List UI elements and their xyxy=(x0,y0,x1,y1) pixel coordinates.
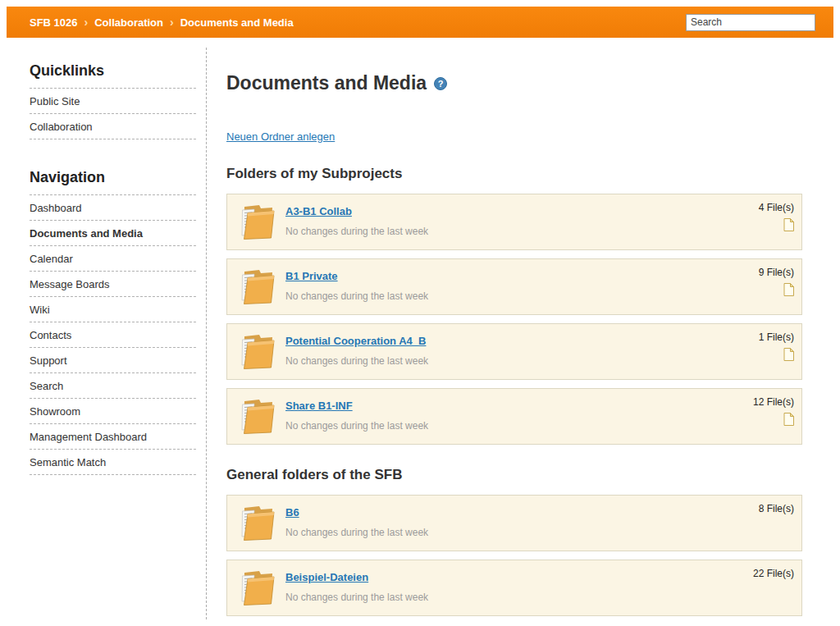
folder-status: No changes during the last week xyxy=(285,592,753,603)
folder-icon xyxy=(237,567,276,609)
folder-meta: 9 File(s) xyxy=(759,266,794,296)
section-heading-subprojects: Folders of my Subprojects xyxy=(226,166,802,182)
folder-info: A3-B1 Collab No changes during the last … xyxy=(285,201,759,237)
breadcrumb: SFB 1026 › Collaboration › Documents and… xyxy=(30,16,294,29)
page-title: Documents and Media ? xyxy=(226,72,802,94)
file-count: 4 File(s) xyxy=(759,202,794,213)
folder-status: No changes during the last week xyxy=(285,527,759,538)
folder-icon xyxy=(237,201,276,243)
folder-status: No changes during the last week xyxy=(285,355,759,367)
sidebar: Quicklinks Public Site Collaboration Nav… xyxy=(7,38,206,619)
page-title-text: Documents and Media xyxy=(226,72,427,94)
folder-meta: 12 File(s) xyxy=(753,395,794,426)
folder-meta: 1 File(s) xyxy=(759,331,794,361)
folder-link[interactable]: B6 xyxy=(285,506,299,519)
top-bar: SFB 1026 › Collaboration › Documents and… xyxy=(7,7,833,38)
folder-meta: 4 File(s) xyxy=(759,201,794,231)
main-panel: Documents and Media ? Neuen Ordner anleg… xyxy=(206,48,833,619)
file-count: 8 File(s) xyxy=(759,503,794,514)
folder-card: B6 No changes during the last week 8 Fil… xyxy=(226,495,802,551)
folder-link[interactable]: B1 Private xyxy=(285,270,338,282)
section-heading-general: General folders of the SFB xyxy=(226,467,802,483)
folder-link[interactable]: Beispiel-Dateien xyxy=(285,571,368,583)
sidebar-item-wiki[interactable]: Wiki xyxy=(30,297,196,322)
folder-meta: 22 File(s) xyxy=(753,567,794,579)
folder-card: Potential Cooperation A4_B No changes du… xyxy=(226,323,802,380)
breadcrumb-collaboration[interactable]: Collaboration xyxy=(94,16,163,29)
breadcrumb-documents-and-media[interactable]: Documents and Media xyxy=(180,16,294,29)
sidebar-item-collaboration[interactable]: Collaboration xyxy=(30,114,196,139)
file-count: 12 File(s) xyxy=(753,396,794,408)
document-icon[interactable] xyxy=(783,348,794,361)
folder-info: B6 No changes during the last week xyxy=(285,502,759,538)
sidebar-item-message-boards[interactable]: Message Boards xyxy=(30,272,196,297)
folder-icon xyxy=(237,502,276,544)
folder-info: B1 Private No changes during the last we… xyxy=(285,266,759,302)
file-count: 9 File(s) xyxy=(759,267,794,278)
sidebar-item-support[interactable]: Support xyxy=(30,348,196,373)
folder-card: A3-B1 Collab No changes during the last … xyxy=(226,194,802,250)
folder-info: Share B1-INF No changes during the last … xyxy=(285,395,753,432)
folder-card: Beispiel-Dateien No changes during the l… xyxy=(226,560,802,616)
sidebar-item-public-site[interactable]: Public Site xyxy=(30,89,196,114)
folder-status: No changes during the last week xyxy=(285,226,759,237)
sidebar-item-contacts[interactable]: Contacts xyxy=(30,322,196,348)
help-icon[interactable]: ? xyxy=(434,77,447,90)
breadcrumb-separator-icon: › xyxy=(170,16,174,28)
document-icon[interactable] xyxy=(783,283,794,296)
sidebar-item-showroom[interactable]: Showroom xyxy=(30,399,196,424)
folder-link[interactable]: Potential Cooperation A4_B xyxy=(285,335,426,347)
file-count: 1 File(s) xyxy=(759,331,794,343)
folder-icon xyxy=(237,266,276,308)
sidebar-item-search[interactable]: Search xyxy=(30,373,196,399)
folder-icon xyxy=(237,395,276,437)
breadcrumb-separator-icon: › xyxy=(84,16,89,28)
quicklinks-heading: Quicklinks xyxy=(30,56,196,89)
content-area: Quicklinks Public Site Collaboration Nav… xyxy=(7,38,833,619)
file-count: 22 File(s) xyxy=(753,568,794,579)
document-icon[interactable] xyxy=(783,218,794,231)
folder-card: Share B1-INF No changes during the last … xyxy=(226,388,802,445)
folder-status: No changes during the last week xyxy=(285,290,759,302)
document-icon[interactable] xyxy=(783,413,794,426)
folder-link[interactable]: Share B1-INF xyxy=(285,400,353,412)
folder-info: Potential Cooperation A4_B No changes du… xyxy=(285,331,759,367)
sidebar-item-dashboard[interactable]: Dashboard xyxy=(30,195,196,221)
sidebar-item-documents-and-media[interactable]: Documents and Media xyxy=(30,221,196,246)
folder-icon xyxy=(237,331,276,372)
folder-info: Beispiel-Dateien No changes during the l… xyxy=(285,567,753,603)
breadcrumb-site[interactable]: SFB 1026 xyxy=(30,16,78,29)
sidebar-item-semantic-match[interactable]: Semantic Match xyxy=(30,450,196,475)
page: SFB 1026 › Collaboration › Documents and… xyxy=(7,7,833,619)
new-folder-link[interactable]: Neuen Ordner anlegen xyxy=(226,130,335,143)
folder-status: No changes during the last week xyxy=(285,420,753,432)
sidebar-item-calendar[interactable]: Calendar xyxy=(30,246,196,272)
folder-meta: 8 File(s) xyxy=(759,502,794,514)
sidebar-item-management-dashboard[interactable]: Management Dashboard xyxy=(30,424,196,450)
navigation-heading: Navigation xyxy=(30,162,196,195)
folder-card: B1 Private No changes during the last we… xyxy=(226,258,802,315)
search-input[interactable] xyxy=(686,14,815,31)
folder-link[interactable]: A3-B1 Collab xyxy=(285,205,352,217)
